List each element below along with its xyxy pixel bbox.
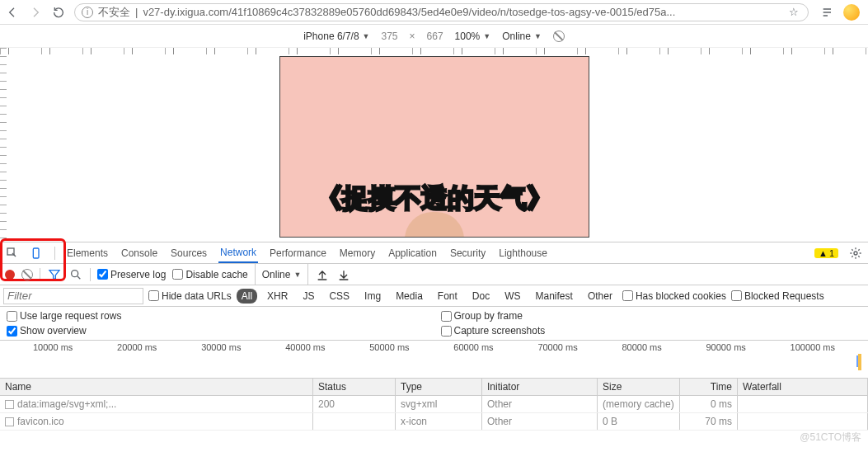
tick: 80000 ms [622,342,661,352]
timeline-overview[interactable]: 10000 ms 20000 ms 30000 ms 40000 ms 5000… [0,341,868,379]
readlist-icon[interactable] [820,5,835,20]
device-frame[interactable]: 《捉摸不透的天气》 [279,56,589,238]
url-separator: | [135,6,138,18]
filter-all[interactable]: All [237,289,257,304]
capture-screenshots-checkbox[interactable]: Capture screenshots [441,325,862,337]
tab-elements[interactable]: Elements [65,244,110,262]
browser-address-bar: i 不安全 | v27-dy.ixigua.com/41f10869c4c378… [0,0,868,25]
tick: 20000 ms [117,342,157,352]
tick: 90000 ms [706,342,746,352]
filter-manifest[interactable]: Manifest [531,289,578,304]
col-time[interactable]: Time [680,379,738,395]
vertical-ruler [0,48,7,242]
url-text: v27-dy.ixigua.com/41f10869c4c37832889e05… [143,6,781,18]
blocked-requests-checkbox[interactable]: Blocked Requests [731,290,824,302]
filter-xhr[interactable]: XHR [262,289,293,304]
svg-point-3 [72,270,78,276]
tab-memory[interactable]: Memory [338,244,377,262]
tab-network[interactable]: Network [218,243,258,263]
upload-har-icon[interactable] [315,267,330,282]
tick: 30000 ms [201,342,241,352]
col-type[interactable]: Type [396,379,482,395]
svg-point-2 [854,252,857,255]
network-table: Name Status Type Initiator Size Time Wat… [0,379,868,466]
tick: 60000 ms [453,342,493,352]
options-row: Use large request rows Show overview Gro… [0,307,868,341]
filter-doc[interactable]: Doc [467,289,495,304]
download-har-icon[interactable] [336,267,351,282]
reload-icon[interactable] [51,5,66,20]
throttling-select[interactable]: Online▼ [255,264,309,285]
svg-rect-1 [33,248,39,258]
filter-input[interactable] [3,288,143,304]
tick: 100000 ms [791,342,835,352]
profile-avatar[interactable] [843,4,860,21]
tick: 70000 ms [537,342,577,352]
table-row[interactable]: favicon.ico x-icon Other 0 B 70 ms [0,413,868,431]
forward-icon[interactable] [28,5,43,20]
tab-lighthouse[interactable]: Lighthouse [497,244,549,262]
filter-other[interactable]: Other [583,289,617,304]
horizontal-ruler [0,48,868,54]
filter-css[interactable]: CSS [324,289,354,304]
group-by-frame-checkbox[interactable]: Group by frame [441,310,862,322]
show-overview-checkbox[interactable]: Show overview [7,325,428,337]
preserve-log-checkbox[interactable]: Preserve log [97,269,166,280]
devtools-panel: Elements Console Sources Network Perform… [0,242,868,466]
throttle-select[interactable]: Online▼ [502,31,542,42]
tab-sources[interactable]: Sources [169,244,209,262]
devtools-tabs: Elements Console Sources Network Perform… [0,242,868,264]
table-header: Name Status Type Initiator Size Time Wat… [0,379,868,396]
filter-img[interactable]: Img [359,289,386,304]
large-rows-checkbox[interactable]: Use large request rows [7,310,428,322]
filter-ws[interactable]: WS [500,289,525,304]
url-field[interactable]: i 不安全 | v27-dy.ixigua.com/41f10869c4c378… [74,3,809,21]
network-controls: Preserve log Disable cache Online▼ [0,264,868,285]
device-toolbar: iPhone 6/7/8▼ 375 × 667 100%▼ Online▼ [0,25,868,48]
warning-badge[interactable]: ▲ 1 [814,248,838,258]
activity-bar [856,355,858,367]
col-initiator[interactable]: Initiator [482,379,598,395]
clear-icon[interactable] [21,269,33,280]
inspect-icon[interactable] [5,246,20,261]
rotate-icon[interactable] [553,31,565,42]
col-name[interactable]: Name [0,379,313,395]
tab-application[interactable]: Application [387,244,439,262]
blocked-cookies-checkbox[interactable]: Has blocked cookies [622,290,726,302]
star-icon[interactable]: ☆ [786,5,801,20]
activity-bar [858,354,861,370]
record-button[interactable] [5,270,15,280]
device-select[interactable]: iPhone 6/7/8▼ [303,31,369,42]
watermark: @51CTO博客 [800,431,861,445]
device-viewport: 《捉摸不透的天气》 [0,48,868,242]
tab-console[interactable]: Console [120,244,159,262]
gear-icon[interactable] [848,246,863,261]
tab-security[interactable]: Security [448,244,487,262]
tick: 40000 ms [285,342,325,352]
col-size[interactable]: Size [598,379,680,395]
filter-font[interactable]: Font [433,289,462,304]
table-row[interactable]: data:image/svg+xml;... 200 svg+xml Other… [0,396,868,413]
filter-media[interactable]: Media [391,289,428,304]
filter-row: Hide data URLs All XHR JS CSS Img Media … [0,285,868,307]
dim-x: × [410,31,415,42]
filter-js[interactable]: JS [298,289,319,304]
device-width[interactable]: 375 [382,31,398,42]
zoom-select[interactable]: 100%▼ [455,31,491,42]
info-icon[interactable]: i [82,7,93,18]
disable-cache-checkbox[interactable]: Disable cache [172,269,247,280]
hide-data-urls-checkbox[interactable]: Hide data URLs [148,290,232,302]
back-icon[interactable] [5,5,20,20]
device-height[interactable]: 667 [427,31,443,42]
col-status[interactable]: Status [313,379,396,395]
tab-performance[interactable]: Performance [268,244,328,262]
tick: 10000 ms [33,342,73,352]
search-icon[interactable] [68,267,83,282]
tick: 50000 ms [369,342,409,352]
insecure-label: 不安全 [98,5,130,20]
col-waterfall[interactable]: Waterfall [738,379,868,395]
device-toggle-icon[interactable] [30,246,45,261]
filter-icon[interactable] [47,267,62,282]
